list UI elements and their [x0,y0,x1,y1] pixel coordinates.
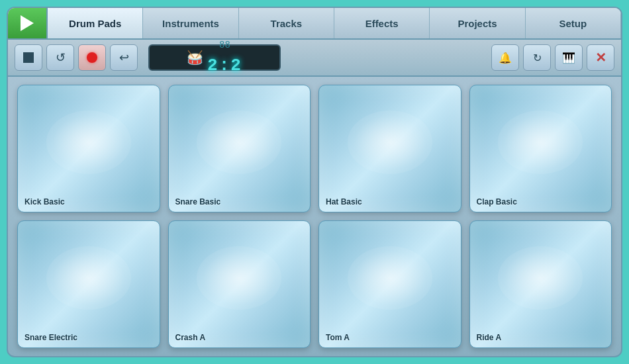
record-button[interactable] [78,44,106,71]
pad-label-hat-basic: Hat Basic [326,197,362,206]
piano-button[interactable]: 🎹 [555,44,583,71]
close-icon: ✕ [595,50,606,66]
pad-clap-basic[interactable]: Clap Basic [469,85,612,212]
tab-setup[interactable]: Setup [526,8,621,38]
pad-label-snare-basic: Snare Basic [175,197,221,206]
piano-icon: 🎹 [562,52,575,64]
pad-label-clap-basic: Clap Basic [477,197,517,206]
metronome-button[interactable]: 🔔 [491,44,519,71]
undo-icon: ↩ [119,50,129,65]
drum-icon: 🥁 [187,50,203,66]
pad-crash-a[interactable]: Crash A [168,220,311,348]
pad-hat-basic[interactable]: Hat Basic [318,85,461,212]
loop-button[interactable]: ↺ [46,44,74,71]
pad-label-crash-a: Crash A [175,333,206,342]
app-container: Drum Pads Instruments Tracks Effects Pro… [7,7,622,357]
tab-drum-pads[interactable]: Drum Pads [48,8,143,38]
tab-instruments[interactable]: Instruments [143,8,238,38]
pad-label-snare-electric: Snare Electric [24,333,77,342]
pad-label-kick-basic: Kick Basic [24,197,65,206]
display-position: 2:2 [207,56,242,75]
rotation-icon: ↻ [533,52,542,64]
record-icon [87,52,97,63]
tab-tracks[interactable]: Tracks [239,8,334,38]
display-panel: 🥁 88 2:2 [148,44,281,71]
tab-bar: Drum Pads Instruments Tracks Effects Pro… [8,8,621,40]
display-bpm: 88 [219,40,230,50]
right-transport: 🔔 ↻ 🎹 ✕ [491,44,614,71]
tab-projects[interactable]: Projects [430,8,525,38]
close-button[interactable]: ✕ [587,44,614,71]
pad-snare-basic[interactable]: Snare Basic [168,85,311,212]
play-button[interactable] [8,8,48,38]
metronome-icon: 🔔 [499,52,512,64]
rotation-button[interactable]: ↻ [523,44,551,71]
pad-label-ride-a: Ride A [477,333,502,342]
tab-effects[interactable]: Effects [334,8,430,38]
stop-icon [23,52,34,63]
pad-tom-a[interactable]: Tom A [318,220,461,348]
pad-kick-basic[interactable]: Kick Basic [17,85,160,212]
pads-grid: Kick Basic Snare Basic Hat Basic Clap Ba… [8,77,621,356]
play-icon [21,15,34,31]
undo-button[interactable]: ↩ [110,44,138,71]
pad-label-tom-a: Tom A [326,333,350,342]
loop-icon: ↺ [56,50,66,65]
pad-snare-electric[interactable]: Snare Electric [17,220,160,348]
pad-ride-a[interactable]: Ride A [469,220,612,348]
stop-button[interactable] [15,44,42,71]
transport-bar: ↺ ↩ 🥁 88 2:2 🔔 ↻ 🎹 [8,40,621,77]
